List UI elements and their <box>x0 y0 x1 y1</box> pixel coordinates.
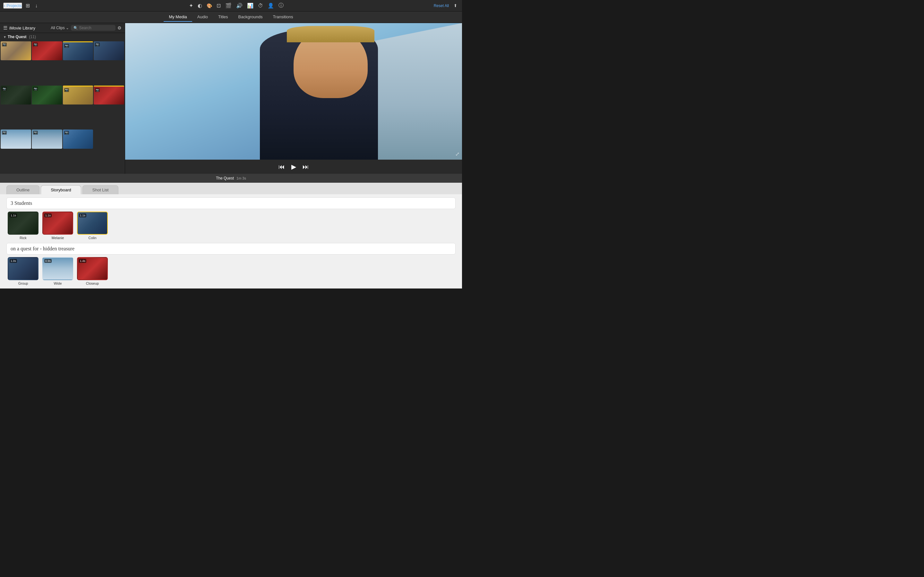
wide-duration: 0.9s <box>44 259 52 263</box>
tab-backgrounds[interactable]: Backgrounds <box>233 13 268 22</box>
photo-icon: 📷 <box>33 131 38 135</box>
photo-icon: 📷 <box>95 88 100 92</box>
clip-blue-arch[interactable]: 📷 <box>63 129 94 148</box>
info-button[interactable]: ⓘ <box>276 1 286 10</box>
bottom-section: The Quest 1m 3s Outline Storyboard Shot … <box>0 174 462 288</box>
quest-title: The Quest <box>8 35 27 39</box>
clip-plants[interactable]: 📷 <box>32 85 62 105</box>
tab-shot-list[interactable]: Shot List <box>82 185 119 194</box>
story-thumb-colin[interactable]: 1.1s <box>77 211 108 235</box>
back-button[interactable]: ‹ Projects <box>3 3 22 9</box>
sidebar-toggle-button[interactable]: ☰ <box>3 25 7 31</box>
skip-back-button[interactable]: ⏮ <box>278 163 285 171</box>
clip-leaves1[interactable]: 📷 <box>1 41 31 60</box>
melanie-label: Melanie <box>52 236 64 240</box>
skip-forward-button[interactable]: ⏭ <box>302 163 309 171</box>
story-clip-melanie: 1.1s Melanie <box>42 211 73 240</box>
story-thumb-closeup[interactable]: 1.4s <box>77 257 108 280</box>
top-area: ☰ iMovie Library All Clips ⌄ 🔍 ⚙ ▼ The Q… <box>0 23 462 174</box>
story-section-quest: on a quest for - hidden treasure 1.0s Gr… <box>6 243 456 285</box>
story-clip-rick: 1.1s Rick <box>8 211 39 240</box>
tab-storyboard[interactable]: Storyboard <box>41 185 81 194</box>
search-input[interactable] <box>79 26 113 30</box>
selection-bar <box>63 41 94 42</box>
show-hide-button[interactable]: ⊞ <box>24 2 31 10</box>
back-label: Projects <box>6 3 21 8</box>
photo-icon: 📷 <box>95 43 100 47</box>
stabilize-button[interactable]: 🎬 <box>223 1 234 10</box>
section-label-students: 3 Students <box>6 197 456 209</box>
clip-girl-red[interactable]: 📷 <box>94 85 124 105</box>
photo-icon: 📷 <box>2 131 7 135</box>
colin-label: Colin <box>88 236 96 240</box>
story-clip-closeup: 1.4s Closeup <box>77 257 108 285</box>
search-bar[interactable]: 🔍 <box>71 25 115 31</box>
story-clip-colin: 1.1s Colin <box>77 211 108 240</box>
clip-leaf-red[interactable]: 📷 <box>32 41 62 60</box>
rick-label: Rick <box>19 236 26 240</box>
library-header: ☰ iMovie Library All Clips ⌄ 🔍 ⚙ <box>0 23 125 33</box>
wide-label: Wide <box>53 282 61 285</box>
story-thumb-group[interactable]: 1.0s <box>8 257 39 280</box>
photo-icon: 📷 <box>33 43 38 47</box>
section-clips-row-quest: 1.0s Group 0.9s Wide 1.4s Closeup <box>6 257 456 285</box>
share-button[interactable]: ⬆ <box>452 2 459 9</box>
story-thumb-wide[interactable]: 0.9s <box>42 257 73 280</box>
clip-greenhouse[interactable]: 📷 <box>1 85 31 105</box>
media-toolbar: My Media Audio Titles Backgrounds Transi… <box>0 11 462 23</box>
tab-audio[interactable]: Audio <box>192 13 213 22</box>
fullscreen-button[interactable]: ⤢ <box>455 151 459 157</box>
crop-button[interactable]: ⊡ <box>215 1 223 10</box>
color-correct-button[interactable]: 🎨 <box>205 1 214 10</box>
tab-titles[interactable]: Titles <box>213 13 233 22</box>
story-thumb-melanie[interactable]: 1.1s <box>42 211 73 235</box>
video-preview: ⤢ <box>125 23 462 160</box>
people-button[interactable]: 👤 <box>266 1 276 10</box>
group-duration: 1.0s <box>10 259 17 263</box>
section-clips-row-students: 1.1s Rick 1.1s Melanie 1.1s Colin <box>6 211 456 240</box>
clips-dropdown-label: All Clips <box>51 26 65 30</box>
clips-dropdown-button[interactable]: All Clips ⌄ <box>51 26 69 30</box>
top-bar-right: Reset All ⬆ <box>434 2 459 9</box>
volume-button[interactable]: 🔊 <box>234 1 244 10</box>
reset-all-button[interactable]: Reset All <box>434 3 449 8</box>
magic-wand-button[interactable]: ✦ <box>187 1 195 10</box>
clips-grid: 📷 📷 📷 📷 📷 📷 📷 <box>0 41 125 174</box>
photo-icon: 📷 <box>2 43 7 47</box>
back-chevron-icon: ‹ <box>4 3 5 8</box>
arrange-button[interactable]: ↓ <box>33 2 39 10</box>
quest-count: (11) <box>29 35 36 39</box>
story-clip-wide: 0.9s Wide <box>42 257 73 285</box>
quest-chevron-icon: ▼ <box>3 35 6 39</box>
color-balance-button[interactable]: ◐ <box>196 1 204 10</box>
closeup-label: Closeup <box>86 282 99 285</box>
library-title: iMovie Library <box>9 26 49 31</box>
project-title-bar: The Quest 1m 3s <box>0 174 462 183</box>
selection-bar <box>63 85 94 87</box>
clip-sky1[interactable]: 📷 <box>1 129 31 148</box>
preview-person-hat <box>287 26 375 42</box>
speed-button[interactable]: ⏱ <box>256 1 265 10</box>
project-duration: 1m 3s <box>236 176 246 180</box>
search-icon: 🔍 <box>73 26 78 30</box>
clip-sky2[interactable]: 📷 <box>32 129 62 148</box>
photo-icon: 📷 <box>2 87 7 91</box>
tab-my-media[interactable]: My Media <box>164 13 192 22</box>
clip-person-arch[interactable]: 📷 <box>63 41 94 60</box>
story-clip-group: 1.0s Group <box>8 257 39 285</box>
settings-button[interactable]: ⚙ <box>118 25 121 31</box>
clip-group-look[interactable]: 📷 <box>94 41 124 60</box>
project-name: The Quest <box>216 176 234 181</box>
clip-steps[interactable]: 📷 <box>63 85 94 105</box>
storyboard-content: 3 Students 1.1s Rick 1.1s Melanie <box>0 194 462 288</box>
top-bar-left: ‹ Projects ⊞ ↓ <box>3 2 39 10</box>
tab-outline[interactable]: Outline <box>6 185 39 194</box>
noise-reduce-button[interactable]: 📊 <box>245 1 255 10</box>
play-button[interactable]: ▶ <box>291 163 296 171</box>
story-thumb-rick[interactable]: 1.1s <box>8 211 39 235</box>
photo-icon: 📷 <box>33 87 38 91</box>
tab-transitions[interactable]: Transitions <box>268 13 298 22</box>
video-preview-content: ⤢ <box>125 23 462 160</box>
selection-bar <box>94 85 124 87</box>
right-side: ⤢ ⏮ ▶ ⏭ <box>125 23 462 174</box>
